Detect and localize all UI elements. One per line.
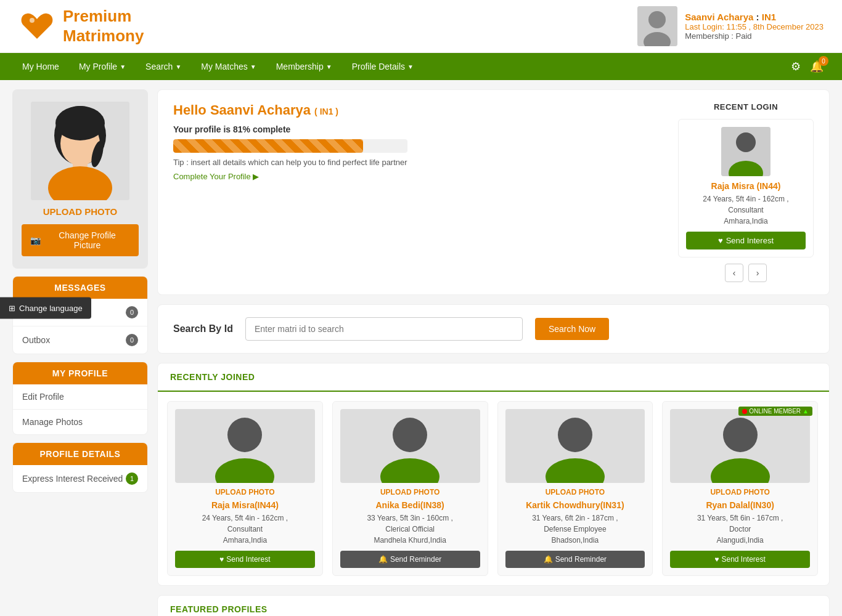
profile-avatar-icon [532,409,618,483]
messages-title: MESSAGES [13,277,147,299]
chevron-down-icon: ▼ [407,63,414,70]
svg-point-24 [723,418,758,452]
send-interest-button[interactable]: ♥ Send Interest [175,551,315,568]
profile-card-name: Raja Misra(IN44) [175,500,315,510]
profile-card-avatar [340,409,480,483]
inbox-count: 0 [126,306,138,318]
manage-photos-item[interactable]: Manage Photos [13,410,147,434]
header-membership: Membership : Paid [685,31,824,41]
list-item: UPLOAD PHOTO Kartik Chowdhury(IN31) 31 Y… [497,401,653,576]
header: Premium Matrimony Saanvi Acharya : IN1 L… [0,0,842,53]
profile-avatar-icon [31,102,129,200]
outbox-item[interactable]: Outbox 0 [13,326,147,354]
logo-text: Premium Matrimony [63,7,144,45]
prev-arrow-button[interactable]: ‹ [725,264,743,282]
online-member-badge: ONLINE MEMBER ▲ [738,407,812,416]
logo-icon [18,9,55,43]
list-item: UPLOAD PHOTO Anika Bedi(IN38) 33 Years, … [332,401,488,576]
send-reminder-button[interactable]: 🔔 Send Reminder [340,551,480,568]
svg-point-2 [648,11,666,28]
featured-profiles-section: FEATURED PROFILES [157,595,830,616]
hello-card: Hello Saanvi Acharya ( IN1 ) Your profil… [157,89,830,295]
profile-avatar-icon [367,409,453,483]
notification-icon[interactable]: 🔔 0 [810,60,824,73]
complete-profile-link[interactable]: Complete Your Profile ▶ [173,172,666,181]
my-profile-title: MY PROFILE [13,362,147,384]
send-interest-button[interactable]: ♥ Send Interest [670,551,810,568]
svg-point-12 [736,132,756,152]
svg-point-15 [227,418,262,452]
search-now-button[interactable]: Search Now [535,318,609,340]
profile-card-name: Kartik Chowdhury(IN31) [505,500,645,510]
change-language-label: Change language [19,304,83,313]
svg-point-21 [558,418,592,452]
navigation: My Home My Profile ▼ Search ▼ My Matches… [0,53,842,80]
my-profile-section: MY PROFILE Edit Profile Manage Photos [12,362,148,435]
chevron-up-icon: ▲ [803,408,809,415]
upload-photo-label: UPLOAD PHOTO [22,206,139,217]
profile-card-avatar [175,409,315,483]
send-reminder-button[interactable]: 🔔 Send Reminder [505,551,645,568]
language-icon: ⊞ [9,304,15,313]
change-language-button[interactable]: ⊞ Change language [0,298,91,319]
carousel-nav: ‹ › [678,264,814,282]
search-id-input[interactable] [245,317,523,341]
profile-pic-card: UPLOAD PHOTO 📷 Change Profile Picture [12,89,148,269]
edit-profile-label: Edit Profile [22,392,64,402]
nav-profile-details[interactable]: Profile Details ▼ [342,53,423,80]
recent-login-section: RECENT LOGIN Raja Misra (IN44) 24 Years,… [678,102,814,282]
profile-card-details: 33 Years, 5ft 3in - 160cm ,Clerical Offi… [340,513,480,546]
nav-my-profile[interactable]: My Profile ▼ [69,53,136,80]
change-profile-picture-button[interactable]: 📷 Change Profile Picture [22,224,139,256]
svg-point-18 [393,418,427,452]
profile-details-section: PROFILE DETAILS Express Interest Receive… [12,442,148,493]
chevron-down-icon: ▼ [175,63,181,70]
recent-match-card: Raja Misra (IN44) 24 Years, 5ft 4in - 16… [678,119,814,257]
profile-card-avatar [505,409,645,483]
content-area: Hello Saanvi Acharya ( IN1 ) Your profil… [157,89,830,616]
recent-match-details: 24 Years, 5ft 4in - 162cm ,ConsultantAmh… [686,193,806,227]
express-interest-label: Express Interest Received [22,474,123,484]
recent-match-avatar-icon [721,127,770,176]
profile-details-title: PROFILE DETAILS [13,443,147,465]
progress-bar-bg [173,139,407,153]
svg-point-9 [55,106,105,140]
settings-icon[interactable]: ⚙ [791,60,801,73]
nav-search[interactable]: Search ▼ [136,53,191,80]
header-username: Saanvi Acharya : IN1 [685,12,824,22]
outbox-label: Outbox [22,335,50,345]
progress-bar-fill [173,139,363,153]
featured-profiles-title: FEATURED PROFILES [158,596,829,616]
header-user-section: Saanvi Acharya : IN1 Last Login: 11:55 ,… [637,6,824,46]
express-interest-count: 1 [126,472,138,485]
recent-match-avatar [721,127,770,176]
header-last-login: Last Login: 11:55 , 8th December 2023 [685,22,824,31]
bell-icon: 🔔 [378,555,388,564]
nav-membership[interactable]: Membership ▼ [266,53,342,80]
bell-icon: 🔔 [544,555,553,564]
nav-items: My Home My Profile ▼ Search ▼ My Matches… [12,53,423,80]
logo: Premium Matrimony [18,7,144,45]
hello-main: Hello Saanvi Acharya ( IN1 ) Your profil… [173,102,666,282]
upload-photo-text: UPLOAD PHOTO [670,488,810,496]
next-arrow-button[interactable]: › [748,264,767,282]
chevron-down-icon: ▼ [120,63,126,70]
recently-joined-section: RECENTLY JOINED UPLOAD PHOTO Raja Misra(… [157,363,830,586]
header-user-info: Saanvi Acharya : IN1 Last Login: 11:55 ,… [685,12,824,41]
nav-my-home[interactable]: My Home [12,53,69,80]
online-dot [742,409,747,414]
edit-profile-item[interactable]: Edit Profile [13,384,147,410]
profile-avatar-icon [202,409,288,483]
list-item: ONLINE MEMBER ▲ UPLOAD PHOTO Ryan Dalal(… [662,401,818,576]
chevron-down-icon: ▼ [326,63,332,70]
profile-card-name: Ryan Dalal(IN30) [670,500,810,510]
sidebar: UPLOAD PHOTO 📷 Change Profile Picture ME… [12,89,148,616]
nav-my-matches[interactable]: My Matches ▼ [191,53,266,80]
list-item: UPLOAD PHOTO Raja Misra(IN44) 24 Years, … [167,401,323,576]
express-interest-item[interactable]: Express Interest Received 1 [13,465,147,492]
profile-card-details: 24 Years, 5ft 4in - 162cm ,ConsultantAmh… [175,513,315,546]
search-by-id-label: Search By Id [173,323,233,334]
user-avatar-icon [637,6,677,46]
manage-photos-label: Manage Photos [22,417,83,427]
send-interest-button[interactable]: ♥ Send Interest [686,232,806,249]
